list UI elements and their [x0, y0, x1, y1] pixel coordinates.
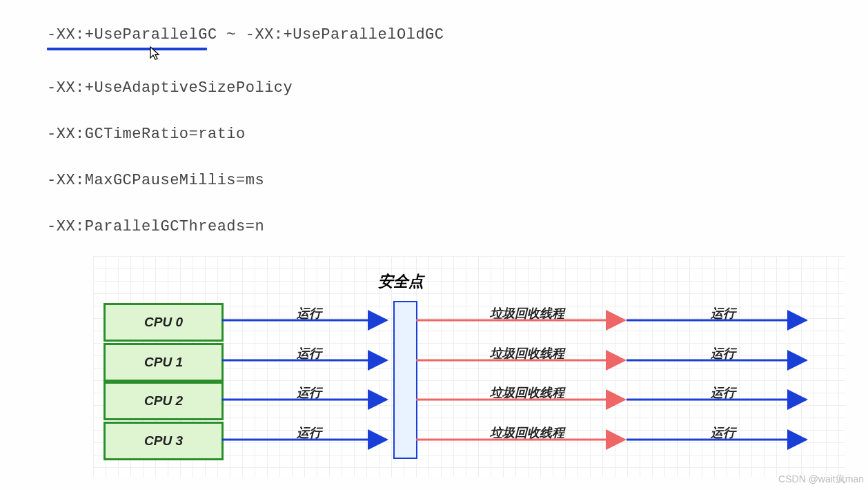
run-label: 运行 — [710, 426, 738, 440]
run-label: 运行 — [296, 346, 324, 360]
run-label: 运行 — [710, 306, 738, 320]
run-label: 运行 — [710, 346, 738, 360]
watermark-text: CSDN @wait疯man — [778, 473, 864, 486]
run-label: 运行 — [296, 426, 324, 440]
opt-gc-time-ratio: -XX:GCTimeRatio=ratio — [47, 126, 868, 143]
run-label: 运行 — [296, 306, 324, 320]
opt-parallel-gc-threads: -XX:ParallelGCThreads=n — [47, 218, 868, 235]
opt-adaptive-size-policy: -XX:+UseAdaptiveSizePolicy — [47, 79, 868, 97]
gc-thread-label: 垃圾回收线程 — [489, 306, 566, 320]
gc-thread-label: 垃圾回收线程 — [489, 346, 566, 360]
run-label: 运行 — [710, 386, 738, 400]
gc-timeline-diagram: 安全点 CPU 0 CPU 1 CPU 2 CPU 3 运行垃圾回收线程运行运行… — [0, 256, 868, 490]
mouse-cursor-icon — [149, 46, 161, 63]
gc-thread-label: 垃圾回收线程 — [489, 386, 566, 400]
arrows-layer: 运行垃圾回收线程运行运行垃圾回收线程运行运行垃圾回收线程运行运行垃圾回收线程运行 — [0, 256, 868, 490]
jvm-options-block: -XX:+UseParallelGC ~ -XX:+UseParallelOld… — [0, 0, 868, 235]
gc-thread-label: 垃圾回收线程 — [489, 426, 566, 440]
run-label: 运行 — [296, 386, 324, 400]
opt-use-parallel-gc: -XX:+UseParallelGC ~ -XX:+UseParallelOld… — [47, 26, 868, 43]
opt-max-gc-pause: -XX:MaxGCPauseMillis=ms — [47, 172, 868, 189]
